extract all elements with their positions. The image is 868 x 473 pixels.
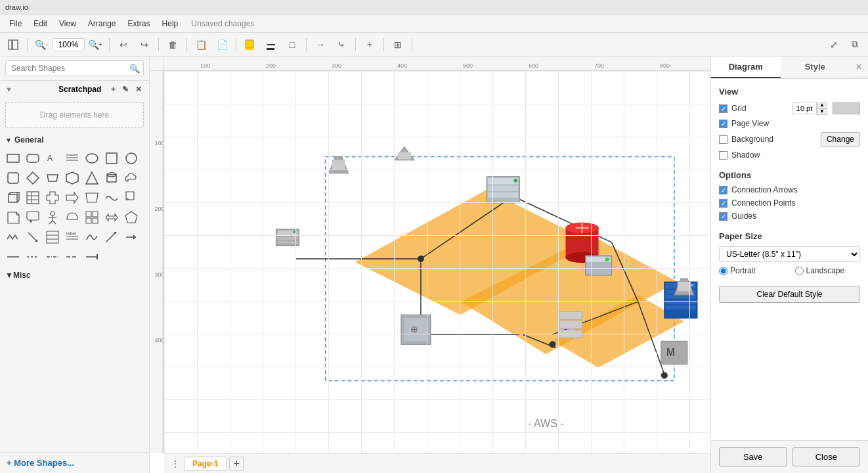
shape-trapezoid[interactable] [83, 189, 101, 207]
shape-line-solid[interactable] [4, 248, 22, 266]
misc-section-header[interactable]: ▼ Misc [0, 267, 149, 283]
zoom-out-btn[interactable]: 🔍- [32, 36, 51, 53]
save-btn[interactable]: Save [719, 447, 787, 466]
fill-color-btn[interactable] [241, 36, 259, 53]
shape-ellipse[interactable] [83, 149, 101, 168]
grid-spin-down[interactable]: ▼ [817, 108, 827, 115]
zoom-level[interactable]: 100% [52, 38, 85, 51]
connector-btn[interactable]: → [311, 36, 330, 53]
grid-size-input[interactable]: ▲ ▼ [792, 102, 827, 115]
menu-help[interactable]: Help [157, 17, 184, 30]
paper-size-select[interactable]: US-Letter (8.5" x 11") [719, 246, 860, 262]
scratchpad-add-icon[interactable]: + [109, 84, 118, 95]
shape-folded[interactable] [4, 208, 22, 227]
shape-table[interactable] [24, 189, 42, 207]
menu-file[interactable]: File [4, 17, 27, 30]
paste-btn[interactable]: 📄 [213, 36, 231, 53]
split-btn[interactable]: ⧉ [846, 36, 864, 53]
grid-value[interactable] [792, 102, 817, 114]
shape-line-dash1[interactable] [24, 248, 42, 266]
shadow-btn[interactable]: □ [283, 36, 301, 53]
menu-view[interactable]: View [54, 17, 81, 30]
shape-actor[interactable] [43, 208, 62, 227]
redo-btn[interactable]: ↪ [135, 36, 154, 53]
scratchpad-edit-icon[interactable]: ✎ [120, 84, 131, 95]
table-btn[interactable]: ⊞ [389, 36, 407, 53]
shape-triangle[interactable] [83, 169, 101, 187]
guides-checkbox[interactable]: ✓ [719, 212, 727, 221]
grid-spin-up[interactable]: ▲ [817, 102, 827, 108]
conn-points-checkbox[interactable]: ✓ [719, 199, 727, 208]
tab-style[interactable]: Style [781, 56, 850, 78]
shape-text[interactable]: A [43, 149, 62, 168]
shape-line-dash2[interactable] [43, 248, 62, 266]
conn-arrows-checkbox[interactable]: ✓ [719, 186, 727, 194]
more-shapes-btn[interactable]: + More Shapes... [0, 452, 149, 473]
shape-semicircle[interactable] [63, 208, 81, 227]
portrait-radio[interactable] [719, 267, 727, 275]
shape-list[interactable] [43, 228, 62, 246]
shape-callout[interactable] [24, 208, 42, 227]
shape-grid-table[interactable] [83, 208, 101, 227]
fullscreen-btn[interactable]: ⤢ [825, 36, 843, 53]
shape-rect-3d[interactable] [4, 189, 22, 207]
shape-arrow-right2[interactable] [122, 228, 141, 246]
general-section-header[interactable]: ▼ General [0, 132, 149, 148]
zoom-in-btn[interactable]: 🔍+ [86, 36, 104, 53]
background-checkbox[interactable] [719, 135, 727, 144]
copy-btn[interactable]: 📋 [192, 36, 210, 53]
grid-checkbox[interactable]: ✓ [719, 104, 727, 113]
shape-pentagon[interactable] [122, 208, 141, 227]
landscape-radio[interactable] [795, 267, 804, 275]
delete-btn[interactable]: 🗑 [163, 36, 182, 53]
shape-cloud[interactable] [122, 169, 141, 187]
background-change-btn[interactable]: Change [821, 132, 860, 146]
menu-extras[interactable]: Extras [123, 17, 156, 30]
waypoint-btn[interactable]: ⤷ [332, 36, 351, 53]
shape-arrow-diagonal[interactable] [24, 228, 42, 246]
shape-arrow-r[interactable] [63, 189, 81, 207]
sidebar-toggle-btn[interactable] [4, 36, 22, 53]
close-btn[interactable]: Close [792, 447, 861, 466]
shape-square[interactable] [102, 149, 121, 168]
scratchpad-section[interactable]: ▼ Scratchpad + ✎ ✕ [0, 81, 149, 98]
pageview-checkbox[interactable]: ✓ [719, 120, 727, 128]
shape-diamond[interactable] [24, 169, 42, 187]
shape-curve[interactable] [83, 228, 101, 246]
shape-doc[interactable] [122, 189, 141, 207]
menu-arrange[interactable]: Arrange [83, 17, 121, 30]
shape-wave[interactable] [102, 189, 121, 207]
shape-label-list[interactable]: label [63, 228, 81, 246]
shape-arrow-blocked[interactable] [83, 248, 101, 266]
scratchpad-close-icon[interactable]: ✕ [133, 84, 144, 95]
shape-diag-arrow[interactable] [102, 228, 121, 246]
page-add-btn[interactable]: + [229, 457, 244, 471]
page-menu-btn[interactable]: ⋮ [169, 457, 181, 471]
tab-diagram[interactable]: Diagram [711, 56, 781, 78]
menu-edit[interactable]: Edit [28, 17, 53, 30]
grid-color-swatch[interactable] [833, 102, 860, 114]
clear-style-btn[interactable]: Clear Default Style [719, 286, 860, 303]
shape-zigzag[interactable] [4, 228, 22, 246]
shape-parallelogram[interactable] [43, 169, 62, 187]
svg-text:600: 600 [529, 62, 538, 69]
canvas-area[interactable]: 100 200 300 400 500 600 700 800 100 200 … [150, 56, 710, 473]
shadow-checkbox[interactable] [719, 151, 727, 160]
shape-cylinder[interactable] [102, 169, 121, 187]
panel-close-btn[interactable]: × [850, 56, 868, 78]
line-color-btn[interactable] [262, 36, 280, 53]
undo-btn[interactable]: ↩ [114, 36, 133, 53]
shape-hexagon[interactable] [63, 169, 81, 187]
shape-rounded-rect[interactable] [24, 149, 42, 168]
shape-rounded-sq[interactable] [4, 169, 22, 187]
shape-circle[interactable] [122, 149, 141, 168]
shape-rect[interactable] [4, 149, 22, 168]
insert-btn[interactable]: ＋ [360, 36, 379, 53]
shape-cross[interactable] [43, 189, 62, 207]
page-tab-1[interactable]: Page-1 [184, 457, 227, 471]
canvas-content[interactable]: M [164, 71, 710, 453]
search-input[interactable] [5, 60, 144, 76]
shape-arrow-both[interactable] [102, 208, 121, 227]
shape-line-dash3[interactable] [63, 248, 81, 266]
shape-lines[interactable] [63, 149, 81, 168]
